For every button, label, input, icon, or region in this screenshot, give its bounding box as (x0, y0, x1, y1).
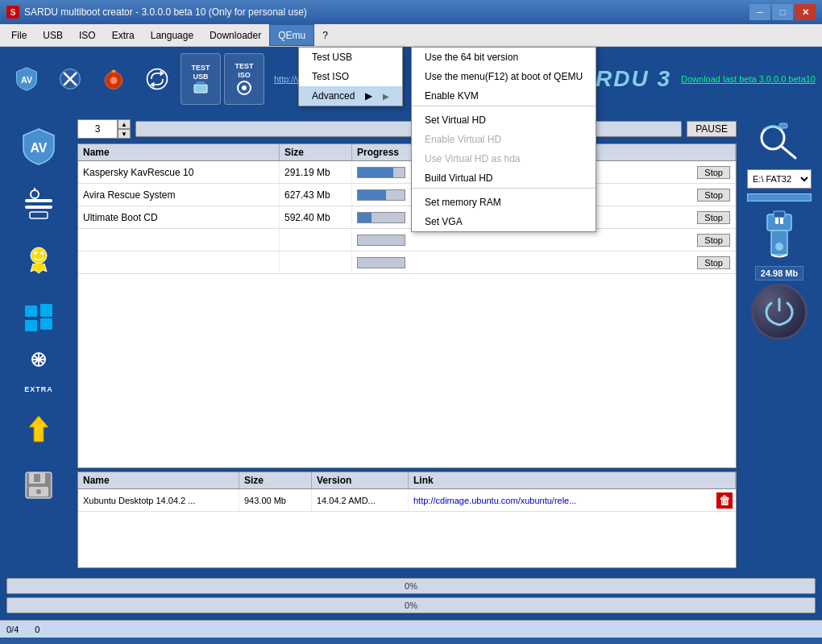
build-virtual-hd[interactable]: Build Virtual HD (412, 168, 596, 188)
search-icon (755, 122, 803, 162)
stop-button-5[interactable]: Stop (697, 256, 730, 269)
status-bar: 0/4 0 (0, 620, 822, 638)
linux-sidebar-icon[interactable] (13, 234, 64, 285)
stop-button-3[interactable]: Stop (697, 211, 730, 224)
svg-rect-14 (25, 199, 52, 202)
qemu-test-iso[interactable]: Test ISO (299, 67, 402, 86)
window-controls: ─ □ ✕ (749, 4, 816, 20)
enable-kvm[interactable]: Enable KVM (412, 86, 596, 106)
menu-help[interactable]: ? (314, 24, 336, 46)
col-header-name: Name (78, 144, 280, 160)
row4-name (78, 229, 280, 251)
svg-rect-26 (40, 318, 52, 330)
search-icon-container (747, 118, 812, 166)
svg-text:AV: AV (30, 141, 47, 155)
qemu-advanced[interactable]: Advanced ▶ (299, 86, 402, 106)
download-link[interactable]: Download last beta 3.0.0.0 beta10 (681, 74, 816, 84)
download-row: Xubuntu Desktotp 14.04.2 ... 943.00 Mb 1… (78, 489, 736, 512)
table-row: Avira Rescue System 627.43 Mb Stop (78, 184, 736, 206)
status-extra: 0 (35, 625, 39, 634)
usb-icon[interactable] (747, 206, 812, 263)
window-title: SARDU multiboot creator - 3.0.0.0 beta 1… (24, 6, 749, 18)
use-virtual-hd-hda: Use Virtual HD as hda (412, 149, 596, 168)
refresh-icon[interactable] (137, 53, 177, 105)
table-row: Stop (78, 251, 736, 274)
dl-row1-name: Xubuntu Desktotp 14.04.2 ... (78, 489, 239, 511)
av-sidebar-icon[interactable]: AV (13, 121, 64, 172)
usb-drive-select[interactable]: E:\ FAT32 (747, 169, 812, 189)
stop-button-1[interactable]: Stop (697, 166, 730, 179)
extra-sidebar-icon[interactable]: EXTRA (13, 347, 64, 398)
test-iso-button[interactable]: TEST ISO (224, 53, 264, 105)
row5-size (280, 251, 352, 273)
power-button[interactable] (751, 284, 807, 340)
bottom-progress-1: 0% (6, 578, 816, 594)
set-vga[interactable]: Set VGA (412, 212, 596, 231)
menu-extra[interactable]: Extra (104, 24, 143, 46)
col-header-size: Size (280, 144, 352, 160)
overall-progress-bar (135, 121, 682, 137)
menu-file[interactable]: File (3, 24, 35, 46)
minimize-button[interactable]: ─ (749, 4, 770, 20)
windows-sidebar-icon[interactable] (13, 290, 64, 342)
qemu-dropdown-menu: Test USB Test ISO Advanced ▶ (298, 47, 403, 106)
row2-name: Avira Rescue System (78, 184, 280, 206)
spin-up[interactable]: ▲ (118, 119, 131, 129)
content-area: 3 ▲ ▼ PAUSE Name Size Progress Kaspersky… (77, 118, 737, 568)
app-icon: S (6, 6, 19, 19)
svg-rect-44 (775, 218, 778, 224)
tools-sidebar-icon[interactable] (13, 177, 64, 229)
maximize-button[interactable]: □ (772, 4, 793, 20)
svg-text:AV: AV (21, 75, 33, 85)
tools-icon[interactable] (50, 53, 90, 105)
stop-button-4[interactable]: Stop (697, 234, 730, 247)
spin-down[interactable]: ▼ (118, 129, 131, 139)
row1-size: 291.19 Mb (280, 161, 352, 183)
svg-rect-24 (40, 304, 52, 317)
row5-name (78, 251, 280, 273)
menu-downloader[interactable]: Downloader (201, 24, 269, 46)
spin-input[interactable]: 3 (77, 119, 118, 139)
svg-rect-42 (774, 211, 785, 218)
av-icon[interactable]: AV (6, 53, 47, 105)
menu-usb[interactable]: USB (35, 24, 71, 46)
use-menu-f12[interactable]: Use the menu(F12) at boot of QEMU (412, 67, 596, 86)
svg-rect-10 (197, 81, 205, 85)
test-usb-button[interactable]: TEST USB (181, 53, 221, 105)
svg-point-12 (242, 85, 247, 90)
svg-point-21 (34, 251, 37, 255)
dl-row1-version: 14.04.2 AMD... (312, 489, 409, 511)
set-virtual-hd[interactable]: Set Virtual HD (412, 110, 596, 130)
dl-row1-size: 943.00 Mb (239, 489, 312, 511)
menu-bar: File USB ISO Extra Language Downloader Q… (0, 24, 822, 47)
dl-col-link: Link (409, 472, 736, 488)
delete-button-1[interactable]: 🗑 (716, 492, 733, 509)
row4-progress: Stop (352, 229, 736, 251)
row3-size: 592.40 Mb (280, 206, 352, 228)
title-bar: S SARDU multiboot creator - 3.0.0.0 beta… (0, 0, 822, 24)
bottom-area: 0% 0% (0, 575, 822, 620)
download-table: Name Size Version Link Xubuntu Desktotp … (77, 472, 737, 568)
menu-qemu[interactable]: QEmu (269, 24, 314, 46)
svg-line-39 (781, 146, 795, 158)
status-count: 0/4 (6, 625, 19, 634)
right-panel: E:\ FAT32 24.98 Mb (743, 118, 816, 568)
close-button[interactable]: ✕ (795, 4, 816, 20)
stop-button-2[interactable]: Stop (697, 189, 730, 202)
chevron-right-icon: ▶ (365, 90, 372, 102)
upload-table: Name Size Progress Kaspersky KavRescue 1… (77, 143, 737, 468)
svg-marker-32 (29, 416, 48, 442)
disk-icon[interactable] (93, 53, 134, 105)
download-sidebar-icon[interactable] (13, 403, 64, 455)
floppy-sidebar-icon[interactable] (13, 459, 64, 511)
menu-language[interactable]: Language (143, 24, 201, 46)
set-memory-ram[interactable]: Set memory RAM (412, 193, 596, 212)
pause-button[interactable]: PAUSE (687, 121, 737, 137)
storage-info: 24.98 Mb (755, 266, 803, 280)
row1-name: Kaspersky KavRescue 10 (78, 161, 280, 183)
qemu-test-usb[interactable]: Test USB (299, 48, 402, 67)
menu-iso[interactable]: ISO (71, 24, 104, 46)
use-64bit[interactable]: Use the 64 bit version (412, 48, 596, 67)
controls-bar: 3 ▲ ▼ PAUSE (77, 118, 737, 140)
advanced-submenu: Use the 64 bit version Use the menu(F12)… (411, 47, 596, 232)
